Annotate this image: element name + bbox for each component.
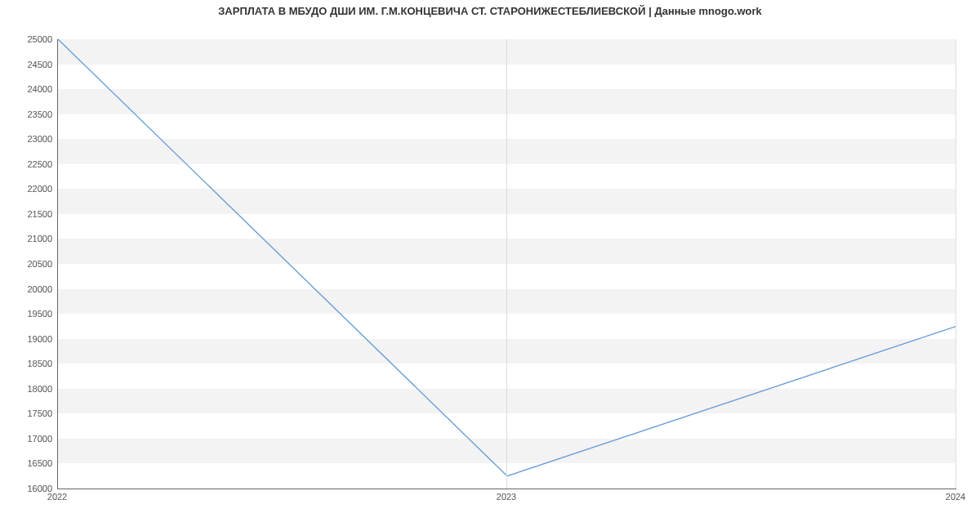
x-gridline: [956, 39, 956, 489]
x-tick-label: 2024: [946, 492, 965, 502]
y-tick-label: 18000: [7, 384, 52, 394]
y-tick-label: 23000: [7, 134, 52, 144]
y-tick-label: 22500: [7, 159, 52, 169]
y-tick-label: 16000: [7, 484, 52, 493]
y-tick-label: 23500: [7, 109, 52, 119]
y-tick-label: 17000: [7, 434, 52, 444]
y-tick-label: 16500: [7, 458, 52, 468]
y-tick-label: 21500: [7, 209, 52, 219]
chart-container: ЗАРПЛАТА В МБУДО ДШИ ИМ. Г.М.КОНЦЕВИЧА С…: [0, 0, 980, 531]
y-tick-label: 22000: [7, 184, 52, 194]
y-tick-label: 25000: [7, 34, 52, 44]
series-line: [58, 39, 956, 476]
y-tick-label: 20000: [7, 284, 52, 294]
y-tick-label: 21000: [7, 234, 52, 243]
y-tick-label: 18500: [7, 359, 52, 368]
y-tick-label: 19500: [7, 309, 52, 319]
y-tick-label: 20500: [7, 259, 52, 269]
y-tick-label: 19000: [7, 334, 52, 344]
x-tick-label: 2023: [497, 492, 516, 502]
y-tick-label: 24500: [7, 60, 52, 69]
x-tick-label: 2022: [47, 492, 67, 502]
y-tick-label: 24000: [7, 84, 52, 94]
line-layer: [58, 39, 956, 489]
x-gridline: [506, 39, 507, 489]
chart-title: ЗАРПЛАТА В МБУДО ДШИ ИМ. Г.М.КОНЦЕВИЧА С…: [0, 5, 980, 17]
y-tick-label: 17500: [7, 408, 52, 418]
